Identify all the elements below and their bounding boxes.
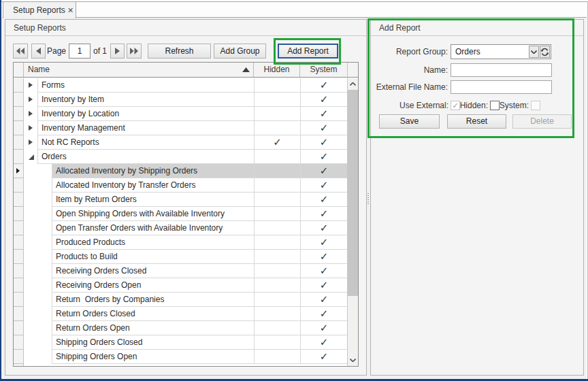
row-name: Not RC Reports: [42, 135, 99, 149]
row-name: Receiving Orders Closed: [56, 264, 146, 278]
table-row[interactable]: Forms ✓: [14, 78, 348, 93]
system-check-icon: ✓: [320, 122, 329, 133]
row-header-cell: [14, 235, 24, 250]
refresh-button[interactable]: Refresh: [148, 44, 211, 59]
row-header-cell: [14, 264, 24, 278]
row-name: Allocated Inventory by Transfer Orders: [56, 178, 195, 192]
expand-icon[interactable]: [29, 97, 33, 102]
grid-header-scroll-corner: [348, 63, 358, 77]
table-row[interactable]: Inventory by Location ✓: [14, 107, 348, 121]
system-check-icon: ✓: [320, 250, 329, 262]
system-check-icon: ✓: [320, 79, 329, 90]
row-name: Open Shipping Orders with Available Inve…: [56, 207, 225, 220]
row-header-cell: [14, 164, 24, 178]
table-row[interactable]: Shipping Orders Open ✓: [14, 350, 348, 364]
last-page-button[interactable]: [127, 44, 142, 59]
hidden-check-icon: ✓: [273, 136, 282, 148]
system-check-icon: ✓: [320, 265, 329, 276]
table-row[interactable]: Produced Products ✓: [14, 235, 348, 250]
splitter-grip[interactable]: [368, 193, 369, 205]
system-check-icon: ✓: [320, 350, 329, 362]
tab-title: Setup Reports: [3, 5, 65, 15]
column-header-hidden[interactable]: Hidden: [254, 63, 300, 77]
system-check-icon: ✓: [320, 236, 329, 248]
expand-icon[interactable]: [29, 125, 33, 131]
table-row[interactable]: Inventory by Item ✓: [14, 93, 348, 107]
system-check-icon: ✓: [320, 279, 329, 291]
tab-close-icon[interactable]: ✕: [65, 5, 76, 16]
expand-icon[interactable]: [29, 82, 33, 88]
row-header-cell: [14, 121, 24, 135]
column-header-name[interactable]: Name: [24, 63, 254, 77]
chevron-down-icon: [350, 359, 356, 362]
scroll-up-button[interactable]: [348, 78, 358, 90]
page-count-label: of 1: [93, 44, 107, 59]
expand-icon[interactable]: [29, 139, 33, 145]
row-name: Inventory by Item: [42, 93, 104, 106]
row-header-cell: [14, 135, 24, 150]
table-row[interactable]: Not RC Reports ✓ ✓: [14, 135, 348, 150]
system-check-icon: ✓: [320, 165, 329, 176]
row-name: Item by Return Orders: [56, 193, 137, 206]
first-page-button[interactable]: [13, 44, 28, 59]
tab-setup-reports[interactable]: Setup Reports ✕: [3, 1, 76, 18]
row-header-cell: [14, 178, 24, 193]
row-name: Return Orders Closed: [56, 307, 135, 320]
system-check-icon: ✓: [320, 93, 329, 105]
system-check-icon: ✓: [320, 322, 329, 333]
row-header-cell: [14, 307, 24, 321]
app-window: Setup Reports ✕ Setup Reports Page of 1: [0, 0, 588, 381]
table-row[interactable]: Products to Build ✓: [14, 250, 348, 264]
row-header-cell: [14, 293, 24, 307]
table-row[interactable]: Return Orders Open ✓: [14, 321, 348, 335]
row-name: Receiving Orders Open: [56, 278, 141, 292]
table-row[interactable]: Shipping Orders Closed ✓: [14, 335, 348, 350]
row-name: Orders: [42, 150, 67, 163]
vertical-scrollbar[interactable]: [348, 78, 358, 366]
window-left-border: [0, 0, 1, 381]
scroll-down-button[interactable]: [348, 354, 358, 366]
table-row[interactable]: Return Orders by Companies ✓: [14, 293, 348, 307]
row-header-cell: [14, 193, 24, 207]
page-label: Page: [39, 44, 66, 59]
add-group-button[interactable]: Add Group: [214, 44, 266, 59]
add-report-form-highlight: [368, 18, 574, 138]
table-row[interactable]: Receiving Orders Open ✓: [14, 278, 348, 293]
row-header-cell: [14, 78, 24, 93]
row-header-cell: [14, 207, 24, 221]
row-header-stub: [14, 364, 24, 366]
row-header-cell: [14, 150, 24, 164]
table-row[interactable]: Allocated Inventory by Transfer Orders ✓: [14, 178, 348, 193]
row-name: Open Transfer Orders with Available Inve…: [56, 221, 223, 235]
table-row[interactable]: Item by Return Orders ✓: [14, 193, 348, 207]
table-row-selected[interactable]: Allocated Inventory by Shipping Orders ✓: [14, 164, 348, 178]
row-header-cell: [14, 221, 24, 235]
row-header-cell: [14, 350, 24, 364]
row-header-cell: [14, 250, 24, 264]
table-row[interactable]: Receiving Orders Closed ✓: [14, 264, 348, 278]
page-number-input[interactable]: [69, 44, 91, 59]
scrollbar-thumb[interactable]: [348, 90, 358, 296]
grid-header-row: Name Hidden System: [14, 63, 358, 78]
current-row-marker-icon: [16, 168, 20, 173]
row-header-cell: [14, 107, 24, 121]
row-header-cell: [14, 321, 24, 335]
collapse-icon[interactable]: [29, 154, 34, 160]
first-page-icon: [16, 48, 24, 54]
table-row[interactable]: Open Shipping Orders with Available Inve…: [14, 207, 348, 221]
add-report-button-highlight: [274, 38, 341, 65]
table-row[interactable]: Orders ✓: [14, 150, 348, 164]
expand-icon[interactable]: [29, 111, 33, 116]
row-name: Forms: [42, 78, 65, 92]
table-row[interactable]: Open Transfer Orders with Available Inve…: [14, 221, 348, 235]
last-page-icon: [130, 48, 138, 54]
reports-grid: Name Hidden System Forms ✓: [13, 62, 359, 367]
column-header-system[interactable]: System: [300, 63, 348, 77]
tab-strip-bottom-border: [76, 17, 587, 18]
row-header-cell: [14, 335, 24, 350]
table-row[interactable]: Return Orders Closed ✓: [14, 307, 348, 321]
row-name: Return Orders Open: [56, 321, 130, 335]
system-check-icon: ✓: [320, 150, 329, 162]
table-row[interactable]: Inventory Management ✓: [14, 121, 348, 135]
next-page-button[interactable]: [110, 44, 125, 59]
